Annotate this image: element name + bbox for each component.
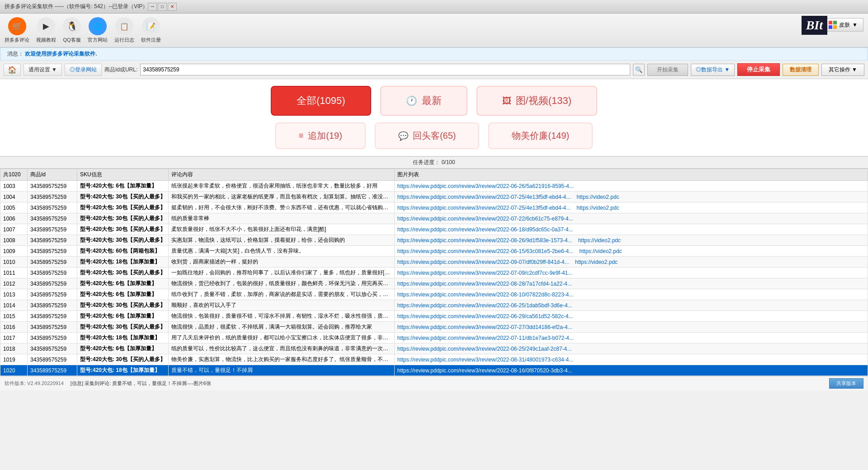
table-row[interactable]: 1008 343589575259 型号:420大包: 30包【买的人最多】 实… [0,235,868,246]
settings-button[interactable]: 通用设置 ▼ [24,64,62,76]
window-controls: ─ □ ✕ [148,3,177,11]
row-product: 343589575259 [28,224,77,235]
table-row[interactable]: 1004 343589575259 型号:420大包: 30包【买的人最多】 和… [0,192,868,202]
table-row[interactable]: 1011 343589575259 型号:420大包: 30包【买的人最多】 一… [0,268,868,278]
row-product: 343589575259 [28,192,77,202]
row-product: 343589575259 [28,343,77,354]
row-review: 物流很快，包装很好，质量很不错，可湿水不掉屑，有韧性，湿水不烂，吸水性很强，质量… [168,311,394,322]
other-label: 其它操作 [829,66,850,74]
filter-return-button[interactable]: 💬 回头客(65) [375,122,480,149]
filter-value-button[interactable]: 物美价廉(149) [488,122,593,149]
stop-label: 停止采集 [747,66,770,73]
start-collect-button[interactable]: 开始采集 [647,64,688,76]
row-review: 柔软质量很好，纸张不大不小，包装很好上面还有印花，满意[酷] [168,224,394,235]
export-button[interactable]: ◎数据导出 ▼ [691,64,735,76]
row-review: 纸张摸起来非常柔软，价格便宜，很适合家用抽纸，纸张也非常大，数量比较多，好用 [168,181,394,192]
row-images: https://review.pddpic.com/review3/review… [394,343,868,354]
table-row[interactable]: 1015 343589575259 型号:420大包: 6包【加厚加量】 物流很… [0,311,868,322]
other-arrow: ▼ [852,66,857,73]
row-id: 1006 [0,213,28,224]
filter-media-button[interactable]: 🖼 图/视频(133) [476,86,597,116]
home-button[interactable]: 🏠 [4,64,21,76]
col-count: 共1020 [0,169,28,181]
table-row[interactable]: 1006 343589575259 型号:420大包: 30包【买的人最多】 纸… [0,213,868,224]
maximize-button[interactable]: □ [158,3,167,11]
login-button[interactable]: ◎登录网站 [65,64,102,76]
row-sku: 型号:420大包: 6包【加厚加量】 [77,343,169,354]
row-product: 343589575259 [28,235,77,246]
row-images: https://review.pddpic.com/review3/review… [394,181,868,192]
row-sku: 型号:420大包: 18包【加厚加量】 [77,333,169,343]
table-row[interactable]: 1020 343589575259 型号:420大包: 18包【加厚加量】 质量… [0,365,868,376]
table-row[interactable]: 1003 343589575259 型号:420大包: 6包【加厚加量】 纸张摸… [0,181,868,192]
filter-media-label: 图/视频(133) [516,94,571,108]
return-icon: 💬 [398,131,408,141]
toolbar-log[interactable]: 📋 运行日志 [114,17,134,43]
title-bar: 拼多多评论采集软件 -----（软件编号: 542）--已登录（VIP） ─ □… [0,0,868,14]
latest-icon: 🕐 [406,95,417,106]
minimize-button[interactable]: ─ [148,3,157,11]
row-images: https://review.pddpic.com/review3/review… [394,311,868,322]
table-row[interactable]: 1017 343589575259 型号:420大包: 18包【加厚加量】 用了… [0,333,868,343]
row-product: 343589575259 [28,322,77,333]
toolbar-qq-label: QQ客服 [63,37,80,43]
table-row[interactable]: 1012 343589575259 型号:420大包: 6包【加厚加量】 物流很… [0,278,868,289]
table-row[interactable]: 1009 343589575259 型号:420大包: 60包【两箱包装】 质量… [0,246,868,257]
filter-latest-button[interactable]: 🕐 最新 [380,86,467,116]
toolbar-website[interactable]: 🌐 官方网站 [88,17,108,43]
row-id: 1019 [0,354,28,365]
row-review: 和我买的另一家的相比，这家老板的纸更厚，而且包装有档次，划算划算。抽纸它，准没错… [168,192,394,202]
clear-label: 数据清理 [790,66,811,73]
close-button[interactable]: ✕ [168,3,177,11]
table-row[interactable]: 1018 343589575259 型号:420大包: 6包【加厚加量】 纸的质… [0,343,868,354]
table-row[interactable]: 1016 343589575259 型号:420大包: 30包【买的人最多】 物… [0,322,868,333]
filter-all-button[interactable]: 全部(1095) [271,86,371,116]
stop-collect-button[interactable]: 停止采集 [737,63,780,76]
row-id: 1004 [0,192,28,202]
row-review: 物流很快，品质好，很柔软，不掉纸屑，满满一大箱很划算。还会回购，推荐给大家 [168,322,394,333]
row-images: https://review.pddpic.com/review3/review… [394,289,868,300]
row-sku: 型号:420大包: 30包【买的人最多】 [77,224,169,235]
clear-data-button[interactable]: 数据清理 [783,64,819,76]
share-button[interactable]: 共享版本 [829,378,863,389]
row-sku: 型号:420大包: 6包【加厚加量】 [77,289,169,300]
toolbar-pdd[interactable]: 🛒 拼多多评论 [5,17,29,43]
row-product: 343589575259 [28,181,77,192]
filter-append-button[interactable]: ≡ 追加(19) [275,122,366,149]
search-button[interactable]: 🔍 [633,64,645,75]
toolbar-qq[interactable]: 🐧 QQ客服 [63,17,81,43]
skin-button[interactable]: 皮肤 ▼ [823,18,863,32]
row-product: 343589575259 [28,257,77,268]
row-images: https://review.pddpic.com/review3/review… [394,192,868,202]
row-review: 质量优惠，满满一大箱[大笑]，白色情人节，没有异味。 [168,246,394,257]
toolbar-register[interactable]: 📝 软件注册 [141,17,161,43]
app-logo: BIt [802,16,827,35]
other-ops-button[interactable]: 其它操作 ▼ [821,64,864,76]
row-images: https://review.pddpic.com/review3/review… [394,300,868,311]
table-row[interactable]: 1005 343589575259 型号:420大包: 30包【买的人最多】 挺… [0,202,868,213]
filter-row-1: 全部(1095) 🕐 最新 🖼 图/视频(133) [9,86,859,116]
toolbar-register-label: 软件注册 [141,37,161,43]
table-row[interactable]: 1010 343589575259 型号:420大包: 18包【加厚加量】 收到… [0,257,868,268]
row-id: 1012 [0,278,28,289]
table-row[interactable]: 1007 343589575259 型号:420大包: 30包【买的人最多】 柔… [0,224,868,235]
row-sku: 型号:420大包: 30包【买的人最多】 [77,354,169,365]
row-images: https://review.pddpic.com/review3/review… [394,268,868,278]
table-row[interactable]: 1014 343589575259 型号:420大包: 30包【买的人最多】 顺… [0,300,868,311]
row-sku: 型号:420大包: 30包【买的人最多】 [77,268,169,278]
settings-label: 通用设置 [28,66,50,74]
filter-value-label: 物美价廉(149) [512,131,569,141]
row-sku: 型号:420大包: 6包【加厚加量】 [77,181,169,192]
row-product: 343589575259 [28,311,77,322]
status-left: 软件版本: V2.49.20220914 [信息] 采集到评论: 质量不错，可以… [5,380,211,387]
table-row[interactable]: 1019 343589575259 型号:420大包: 30包【买的人最多】 物… [0,354,868,365]
toolbar-video[interactable]: ▶ 视频教程 [36,17,56,43]
row-id: 1016 [0,322,28,333]
table-row[interactable]: 1013 343589575259 型号:420大包: 6包【加厚加量】 纸巾收… [0,289,868,300]
row-sku: 型号:420大包: 30包【买的人最多】 [77,235,169,246]
status-bar: 软件版本: V2.49.20220914 [信息] 采集到评论: 质量不错，可以… [0,376,868,390]
product-input[interactable] [140,64,630,75]
skin-label: 皮肤 [839,21,850,29]
table-container[interactable]: 共1020 商品Id SKU信息 评论内容 图片列表 1003 34358957… [0,169,868,376]
row-sku: 型号:420大包: 6包【加厚加量】 [77,311,169,322]
